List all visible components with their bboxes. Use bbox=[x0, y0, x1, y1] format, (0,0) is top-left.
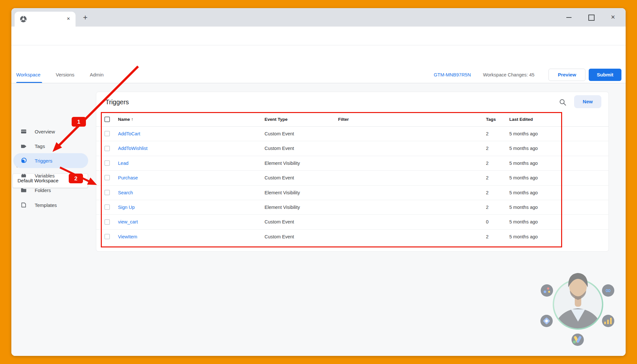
sidebar-item-templates[interactable]: Templates bbox=[13, 198, 88, 212]
row-checkbox[interactable] bbox=[104, 190, 110, 195]
folder-icon bbox=[20, 187, 27, 193]
sidebar-item-label: Variables bbox=[35, 173, 54, 178]
table-row: AddToWishlist Custom Event 2 5 months ag… bbox=[96, 141, 608, 156]
list-search-icon[interactable] bbox=[559, 98, 567, 106]
column-header-event-type: Event Type bbox=[265, 112, 288, 127]
sidebar-item-folders[interactable]: Folders bbox=[13, 183, 88, 198]
tab-workspace[interactable]: Workspace bbox=[16, 66, 41, 83]
table-row: Purchase Custom Event 2 5 months ago bbox=[96, 171, 608, 185]
workspace-changes-count: Workspace Changes: 45 bbox=[483, 66, 535, 83]
tab-versions[interactable]: Versions bbox=[56, 66, 75, 83]
last-edited-cell: 5 months ago bbox=[509, 230, 538, 244]
event-type-cell: Custom Event bbox=[265, 141, 294, 156]
trigger-rows: AddToCart Custom Event 2 5 months ago Ad… bbox=[96, 127, 608, 244]
template-icon bbox=[20, 202, 27, 208]
last-edited-cell: 5 months ago bbox=[509, 156, 538, 171]
event-type-cell: Element Visibility bbox=[265, 186, 300, 200]
trigger-name-link[interactable]: Lead bbox=[118, 156, 128, 171]
submit-button[interactable]: Submit bbox=[589, 69, 621, 81]
svg-text:∞: ∞ bbox=[605, 286, 611, 294]
profile-photo bbox=[553, 280, 603, 330]
sidebar-item-overview[interactable]: Overview bbox=[13, 124, 88, 139]
green-ring bbox=[556, 283, 600, 326]
preview-button[interactable]: Preview bbox=[549, 69, 585, 81]
tags-cell: 2 bbox=[486, 200, 489, 215]
tab-close-icon[interactable]: × bbox=[65, 15, 72, 23]
page-title: Triggers bbox=[105, 98, 129, 106]
last-edited-cell: 5 months ago bbox=[509, 141, 538, 156]
trigger-name-link[interactable]: Sign Up bbox=[118, 200, 135, 215]
tags-cell: 2 bbox=[486, 230, 489, 244]
new-trigger-button[interactable]: New bbox=[574, 95, 601, 108]
browser-window: × + × https://tagmanager.google.com/#/co… bbox=[11, 8, 626, 356]
tags-cell: 2 bbox=[486, 127, 489, 141]
row-checkbox[interactable] bbox=[104, 204, 110, 210]
triggers-panel: Triggers New Name ↑ Event Type Filter Ta… bbox=[96, 92, 609, 252]
sidebar-item-triggers[interactable]: Triggers bbox=[13, 153, 88, 168]
column-header-name[interactable]: Name ↑ bbox=[118, 112, 133, 127]
select-all-checkbox[interactable] bbox=[104, 117, 110, 122]
event-type-cell: Element Visibility bbox=[265, 156, 300, 171]
triggers-icon bbox=[20, 157, 27, 164]
table-row: Sign Up Element Visibility 2 5 months ag… bbox=[96, 200, 608, 215]
last-edited-cell: 5 months ago bbox=[509, 127, 538, 141]
badge-meta-icon: ∞ bbox=[602, 284, 614, 297]
trigger-name-link[interactable]: AddToWishlist bbox=[118, 141, 147, 156]
event-type-cell: Custom Event bbox=[265, 127, 294, 141]
sidebar-item-label: Templates bbox=[35, 202, 57, 208]
sidebar-item-label: Triggers bbox=[35, 158, 52, 164]
container-id-link[interactable]: GTM-MNB97R5N bbox=[434, 66, 471, 83]
badge-google-ads-icon bbox=[572, 334, 584, 346]
tab-favicon bbox=[20, 16, 27, 23]
tags-cell: 0 bbox=[486, 215, 489, 229]
tags-cell: 2 bbox=[486, 156, 489, 171]
table-row: view_cart Custom Event 0 5 months ago bbox=[96, 215, 608, 229]
event-type-cell: Custom Event bbox=[265, 215, 294, 229]
trigger-name-link[interactable]: Purchase bbox=[118, 171, 138, 185]
sort-ascending-icon: ↑ bbox=[131, 117, 134, 122]
browser-tabstrip: × + × bbox=[11, 8, 626, 27]
overview-icon bbox=[20, 128, 27, 135]
column-header-filter: Filter bbox=[338, 112, 349, 127]
row-checkbox[interactable] bbox=[104, 131, 110, 136]
window-close-button[interactable]: × bbox=[609, 13, 617, 21]
tags-icon bbox=[20, 143, 27, 149]
table-row: Lead Element Visibility 2 5 months ago bbox=[96, 156, 608, 171]
tags-cell: 2 bbox=[486, 171, 489, 185]
sidebar-item-label: Folders bbox=[35, 188, 51, 193]
tags-cell: 2 bbox=[486, 141, 489, 156]
row-checkbox[interactable] bbox=[104, 234, 110, 239]
sidebar-item-tags[interactable]: Tags bbox=[13, 139, 88, 154]
last-edited-cell: 5 months ago bbox=[509, 171, 538, 185]
browser-toolbar: https://tagmanager.google.com/#/containe… bbox=[11, 27, 626, 45]
trigger-name-link[interactable]: ViewItem bbox=[118, 230, 137, 244]
variables-icon bbox=[20, 172, 27, 179]
table-row: Search Element Visibility 2 5 months ago bbox=[96, 186, 608, 200]
event-type-cell: Element Visibility bbox=[265, 200, 300, 215]
trigger-name-link[interactable]: AddToCart bbox=[118, 127, 140, 141]
row-checkbox[interactable] bbox=[104, 219, 110, 225]
sidebar-item-variables[interactable]: Variables bbox=[13, 168, 88, 183]
badge-google-platform-icon bbox=[541, 284, 553, 297]
window-minimize-button[interactable] bbox=[565, 13, 573, 21]
table-row: AddToCart Custom Event 2 5 months ago bbox=[96, 127, 608, 141]
gtm-header: Tag Manager All accounts > Mohiuddin's G… bbox=[11, 45, 626, 66]
row-checkbox[interactable] bbox=[104, 175, 110, 180]
window-maximize-button[interactable] bbox=[587, 13, 595, 21]
trigger-name-link[interactable]: Search bbox=[118, 186, 133, 200]
new-tab-button[interactable]: + bbox=[81, 13, 90, 22]
browser-tab[interactable]: × bbox=[15, 12, 76, 27]
sidebar-item-label: Overview bbox=[35, 129, 55, 134]
tab-admin[interactable]: Admin bbox=[90, 66, 104, 83]
row-checkbox[interactable] bbox=[104, 146, 110, 151]
badge-gtm-icon bbox=[540, 315, 553, 327]
page-content: CURRENT WORKSPACE Default Workspace › Ov… bbox=[11, 83, 626, 356]
event-type-cell: Custom Event bbox=[265, 171, 294, 185]
last-edited-cell: 5 months ago bbox=[509, 186, 538, 200]
table-row: ViewItem Custom Event 2 5 months ago bbox=[96, 230, 608, 244]
tags-cell: 2 bbox=[486, 186, 489, 200]
trigger-name-link[interactable]: view_cart bbox=[118, 215, 138, 229]
column-header-last-edited: Last Edited bbox=[509, 112, 533, 127]
badge-analytics-icon bbox=[602, 315, 614, 327]
row-checkbox[interactable] bbox=[104, 160, 110, 166]
